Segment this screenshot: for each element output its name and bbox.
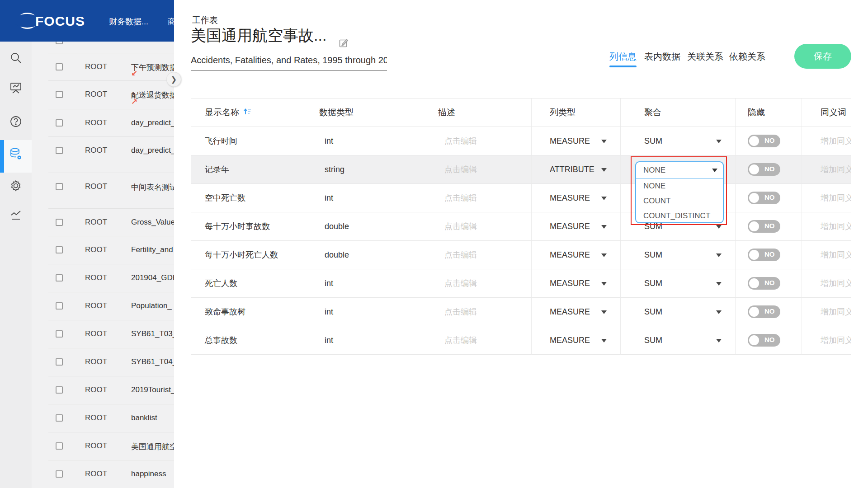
cell-display-name: 飞行时间 [191,127,304,155]
list-item[interactable]: ROOTSYB61_T03_ [32,320,174,348]
hidden-toggle[interactable]: NO [748,220,780,233]
hidden-toggle[interactable]: NO [748,334,780,347]
list-item[interactable]: ROOTSYB61_T04_ [32,348,174,376]
checkbox[interactable] [56,414,63,422]
chevron-down-icon[interactable] [601,282,607,286]
list-item[interactable]: ROOT中间表名测试 [32,173,174,201]
chevron-down-icon[interactable] [716,282,722,286]
sidebar-item-dashboard[interactable] [9,82,23,95]
list-item[interactable]: ROOT下午预测数据 [32,53,174,81]
cell-synonym[interactable]: 增加同义词 [802,326,851,355]
tab-列信息[interactable]: 列信息 [609,51,637,63]
list-item[interactable]: ROOT配送退货数据↙ [32,80,174,108]
cell-description[interactable]: 点击编辑 [417,269,532,298]
sort-icon[interactable] [243,108,252,118]
toggle-label: NO [764,193,775,201]
checkbox[interactable] [56,302,63,310]
collapse-panel-button[interactable]: ❯ [166,72,181,87]
chevron-down-icon[interactable] [601,339,607,343]
cell-description[interactable]: 点击编辑 [417,127,532,155]
cell-description[interactable]: 点击编辑 [417,212,532,241]
cell-description[interactable]: 点击编辑 [417,326,532,355]
cell-column-type: ATTRIBUTE [532,155,621,184]
list-item[interactable]: ROOT美国通用航空 [32,432,174,460]
sheet-subtitle-input[interactable]: Accidents, Fatalities, and Rates, 1995 t… [191,55,387,70]
list-item[interactable]: ROOTday_predict_↗ [32,109,174,137]
table-name: day_predict_ [131,118,174,127]
list-item[interactable]: ROOTday_predict_ [32,136,174,164]
cell-synonym[interactable]: 增加同义词 [802,155,851,184]
dropdown-option[interactable]: NONE [636,178,723,193]
checkbox[interactable] [56,91,63,98]
list-item[interactable]: ROOT2019Tourist_ [32,376,174,404]
toggle-label: NO [764,165,775,173]
row-divider [48,460,174,460]
cell-synonym[interactable]: 增加同义词 [802,212,851,241]
edit-title-icon[interactable] [339,38,349,48]
hidden-toggle[interactable]: NO [748,277,780,290]
cell-synonym[interactable]: 增加同义词 [802,241,851,269]
list-item[interactable]: ROOThappiness [32,460,174,488]
tab-关联关系[interactable]: 关联关系 [687,51,723,63]
sidebar-item-database[interactable] [9,148,23,162]
chevron-down-icon[interactable] [716,140,722,143]
sidebar-item-trend[interactable] [9,209,23,223]
hidden-toggle[interactable]: NO [748,305,780,318]
sidebar-item-help[interactable] [9,116,23,129]
chevron-down-icon[interactable] [601,168,607,172]
chevron-down-icon[interactable] [601,140,607,143]
cell-description[interactable]: 点击编辑 [417,241,532,269]
trend-icon [9,208,23,224]
checkbox[interactable] [56,183,63,190]
checkbox[interactable] [56,330,63,338]
checkbox[interactable] [56,119,63,127]
list-item[interactable]: ROOT201904_GDP [32,264,174,292]
list-item[interactable]: ROOTPopulation_ [32,292,174,320]
chevron-down-icon[interactable] [601,197,607,200]
hidden-toggle[interactable]: NO [748,163,780,176]
chevron-down-icon[interactable] [601,310,607,314]
cell-synonym[interactable]: 增加同义词 [802,127,851,155]
sidebar-item-search[interactable] [9,52,23,66]
dropdown-option[interactable]: COUNT_DISTINCT [636,208,723,223]
save-button[interactable]: 保存 [794,44,851,69]
checkbox[interactable] [56,358,63,366]
dropdown-option[interactable]: COUNT [636,193,723,208]
aggregate-dropdown-selected[interactable]: NONE [636,162,723,178]
cell-synonym[interactable]: 增加同义词 [802,269,851,298]
hidden-toggle[interactable]: NO [748,249,780,261]
chevron-down-icon[interactable] [716,253,722,257]
aggregate-dropdown[interactable]: NONE NONECOUNTCOUNT_DISTINCT [635,161,724,223]
sidebar-item-settings[interactable] [9,180,23,193]
chevron-down-icon[interactable] [716,225,722,229]
list-item[interactable]: ROOTFertility_and [32,236,174,264]
tab-表内数据[interactable]: 表内数据 [644,51,680,63]
column-type-value: ATTRIBUTE [550,165,594,174]
hidden-toggle[interactable]: NO [748,135,780,147]
list-item[interactable]: ROOTGross_Value [32,208,174,236]
checkbox[interactable] [56,219,63,226]
cell-synonym[interactable]: 增加同义词 [802,184,851,212]
checkbox[interactable] [56,63,63,70]
hidden-toggle[interactable]: NO [748,192,780,204]
checkbox[interactable] [56,470,63,478]
top-nav-tab[interactable]: 财务数据... [109,16,148,27]
checkbox[interactable] [56,147,63,154]
chevron-down-icon[interactable] [716,339,722,343]
cell-column-type: MEASURE [532,184,621,212]
cell-description[interactable]: 点击编辑 [417,155,532,184]
chevron-down-icon[interactable] [601,253,607,257]
chevron-down-icon[interactable] [716,310,722,314]
cell-description[interactable]: 点击编辑 [417,298,532,326]
checkbox[interactable] [56,42,63,44]
list-item[interactable]: ROOTbanklist [32,404,174,432]
tab-依赖关系[interactable]: 依赖关系 [729,51,765,63]
cell-data-type: int [304,269,417,298]
cell-synonym[interactable]: 增加同义词 [802,298,851,326]
checkbox[interactable] [56,442,63,450]
cell-description[interactable]: 点击编辑 [417,184,532,212]
checkbox[interactable] [56,386,63,394]
checkbox[interactable] [56,274,63,282]
chevron-down-icon[interactable] [601,225,607,229]
checkbox[interactable] [56,246,63,253]
